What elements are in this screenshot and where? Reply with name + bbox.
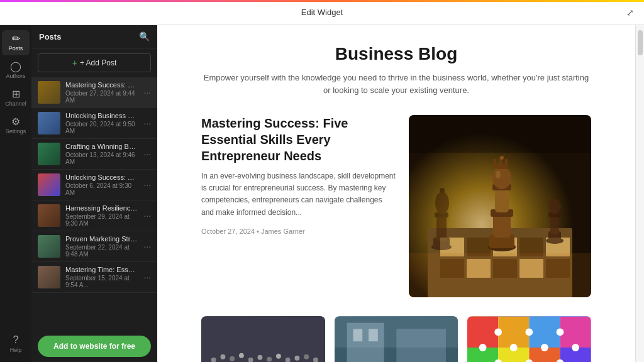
svg-point-45	[267, 357, 272, 362]
svg-rect-37	[409, 115, 591, 153]
post-date: October 6, 2024 at 9:30 AM	[65, 182, 138, 196]
sidebar-item-posts[interactable]: ✏ Posts	[2, 30, 30, 55]
post-thumbnail	[38, 143, 60, 165]
post-info: Crafting a Winning Busines... October 13…	[65, 143, 138, 165]
add-post-button[interactable]: + + Add Post	[38, 53, 151, 72]
svg-point-68	[526, 329, 533, 336]
post-date: October 13, 2024 at 9:46 AM	[65, 151, 138, 165]
post-date: September 15, 2024 at 9:54 A...	[65, 275, 138, 288]
svg-rect-32	[436, 216, 447, 241]
svg-point-44	[257, 355, 262, 360]
icon-sidebar: ✏ Posts ◯ Authors ⊞ Channel ⚙ Settings ?…	[0, 25, 31, 362]
post-thumbnail	[38, 173, 60, 196]
svg-rect-36	[409, 253, 591, 297]
post-date: October 27, 2024 at 9:44 AM	[65, 90, 138, 104]
post-info: Harnessing Resilience: Stayi... Septembe…	[65, 204, 138, 227]
post-title: Proven Marketing Strategie...	[65, 235, 138, 243]
gradient-top-bar	[0, 0, 644, 2]
post-info: Proven Marketing Strategie... September …	[65, 235, 138, 258]
featured-post: Mastering Success: Five Essential Skills…	[201, 115, 591, 297]
svg-point-73	[479, 344, 487, 351]
svg-rect-27	[550, 216, 559, 234]
featured-post-meta: October 27, 2024 • James Garner	[201, 228, 305, 235]
post-date: October 20, 2024 at 9:50 AM	[65, 121, 138, 134]
list-item[interactable]: Crafting a Winning Busines... October 13…	[31, 139, 157, 170]
svg-point-18	[492, 167, 511, 189]
help-icon: ?	[13, 334, 19, 346]
svg-point-24	[496, 171, 501, 178]
svg-rect-60	[499, 317, 530, 348]
small-posts-row	[201, 316, 591, 362]
post-menu-icon[interactable]: ···	[143, 87, 151, 97]
post-info: Unlocking Success: The Art ... October 6…	[65, 173, 138, 196]
scroll-handle[interactable]	[638, 30, 643, 55]
list-item[interactable]: Unlocking Success: The Art ... October 6…	[31, 170, 157, 200]
post-menu-icon[interactable]: ···	[143, 272, 151, 282]
svg-point-48	[294, 356, 299, 361]
plus-icon: +	[72, 58, 77, 68]
post-title: Mastering Success: Five Ess...	[65, 81, 138, 89]
svg-point-75	[541, 344, 548, 351]
featured-post-image	[409, 115, 591, 297]
svg-rect-20	[494, 159, 496, 168]
svg-point-41	[230, 356, 235, 361]
posts-icon: ✏	[12, 34, 20, 44]
posts-panel-title: Posts	[39, 32, 61, 41]
blog-title: Business Blog	[201, 44, 591, 64]
svg-point-49	[304, 354, 309, 359]
content-area[interactable]: Business Blog Empower yourself with the …	[157, 25, 635, 362]
post-thumbnail	[38, 81, 60, 104]
list-item[interactable]: Unlocking Business Succes... October 20,…	[31, 108, 157, 139]
list-item[interactable]: Proven Marketing Strategie... September …	[31, 231, 157, 262]
featured-post-text: Mastering Success: Five Essential Skills…	[201, 115, 396, 236]
svg-rect-61	[530, 317, 560, 348]
scrollbar[interactable]	[635, 25, 644, 362]
svg-rect-56	[353, 329, 362, 341]
authors-icon: ◯	[10, 62, 21, 72]
post-thumbnail	[38, 112, 60, 134]
post-info: Unlocking Business Succes... October 20,…	[65, 112, 138, 134]
help-button[interactable]: ? Help	[2, 331, 30, 357]
channel-icon: ⊞	[12, 89, 20, 99]
sidebar-item-channel[interactable]: ⊞ Channel	[2, 85, 30, 111]
svg-point-69	[557, 329, 564, 336]
svg-rect-59	[467, 317, 498, 348]
post-title: Unlocking Business Succes...	[65, 112, 138, 119]
posts-panel: Posts 🔍 + + Add Post Mastering Success: …	[31, 25, 157, 362]
sidebar-item-settings[interactable]: ⚙ Settings	[2, 113, 30, 138]
small-post-card-crowd	[201, 316, 325, 362]
search-icon[interactable]: 🔍	[139, 31, 150, 41]
post-thumbnail	[38, 266, 60, 288]
small-post-card-office	[335, 316, 458, 362]
svg-point-29	[548, 199, 561, 214]
post-info: Mastering Time: Essential ... September …	[65, 266, 138, 288]
post-menu-icon[interactable]: ···	[143, 180, 151, 190]
post-menu-icon[interactable]: ···	[143, 118, 151, 128]
sidebar-item-authors[interactable]: ◯ Authors	[2, 58, 30, 83]
svg-rect-57	[369, 329, 378, 341]
svg-point-35	[440, 188, 445, 193]
expand-icon[interactable]: ⤢	[624, 6, 636, 19]
posts-header: Posts 🔍	[31, 25, 157, 48]
post-menu-icon[interactable]: ···	[143, 241, 151, 251]
list-item[interactable]: Mastering Success: Five Ess... October 2…	[31, 77, 157, 108]
post-title: Mastering Time: Essential ...	[65, 266, 138, 273]
post-thumbnail	[38, 235, 60, 258]
add-post-label: + Add Post	[80, 58, 116, 67]
small-post-card-puzzle	[467, 316, 591, 362]
svg-point-74	[510, 344, 518, 351]
main-container: ✏ Posts ◯ Authors ⊞ Channel ⚙ Settings ?…	[0, 25, 644, 362]
svg-point-40	[220, 354, 225, 359]
list-item[interactable]: Harnessing Resilience: Stayi... Septembe…	[31, 200, 157, 231]
post-menu-icon[interactable]: ···	[143, 149, 151, 159]
blog-content: Business Blog Empower yourself with the …	[176, 25, 616, 362]
svg-rect-62	[560, 317, 591, 348]
post-menu-icon[interactable]: ···	[143, 211, 151, 221]
svg-rect-54	[347, 323, 384, 362]
svg-point-34	[435, 192, 449, 214]
list-item[interactable]: Mastering Time: Essential ... September …	[31, 262, 157, 293]
featured-post-title: Mastering Success: Five Essential Skills…	[201, 115, 396, 164]
top-bar: Edit Widget ⤢	[0, 0, 644, 25]
add-to-website-button[interactable]: Add to website for free	[38, 336, 151, 357]
post-info: Mastering Success: Five Ess... October 2…	[65, 81, 138, 104]
